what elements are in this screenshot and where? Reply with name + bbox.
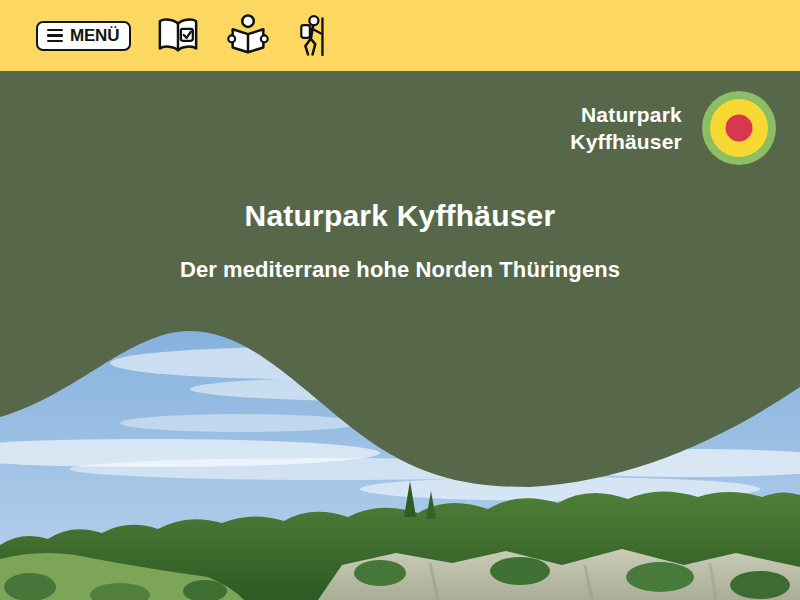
page: MENÜ (0, 0, 800, 600)
open-book-check-icon-svg (155, 15, 201, 57)
page-subtitle: Der mediterrane hohe Norden Thüringens (0, 257, 800, 283)
person-reading-icon[interactable] (225, 12, 271, 60)
page-title: Naturpark Kyffhäuser (0, 199, 800, 233)
logo-mark-icon (702, 91, 776, 165)
menu-button-label: MENÜ (70, 27, 119, 44)
hiker-icon-svg (295, 13, 331, 59)
hiker-icon[interactable] (295, 12, 331, 60)
hero: Naturpark Kyffhäuser Naturpark Kyffhäuse… (0, 71, 800, 600)
logo-text-line1: Naturpark (570, 101, 682, 128)
logo-text-line2: Kyffhäuser (570, 128, 682, 155)
site-logo[interactable]: Naturpark Kyffhäuser (570, 91, 776, 165)
person-reading-icon-svg (225, 13, 271, 59)
topbar: MENÜ (0, 0, 800, 71)
open-book-check-icon[interactable] (155, 12, 201, 60)
logo-text: Naturpark Kyffhäuser (570, 101, 682, 155)
menu-button[interactable]: MENÜ (36, 21, 131, 51)
hamburger-icon (47, 29, 63, 43)
